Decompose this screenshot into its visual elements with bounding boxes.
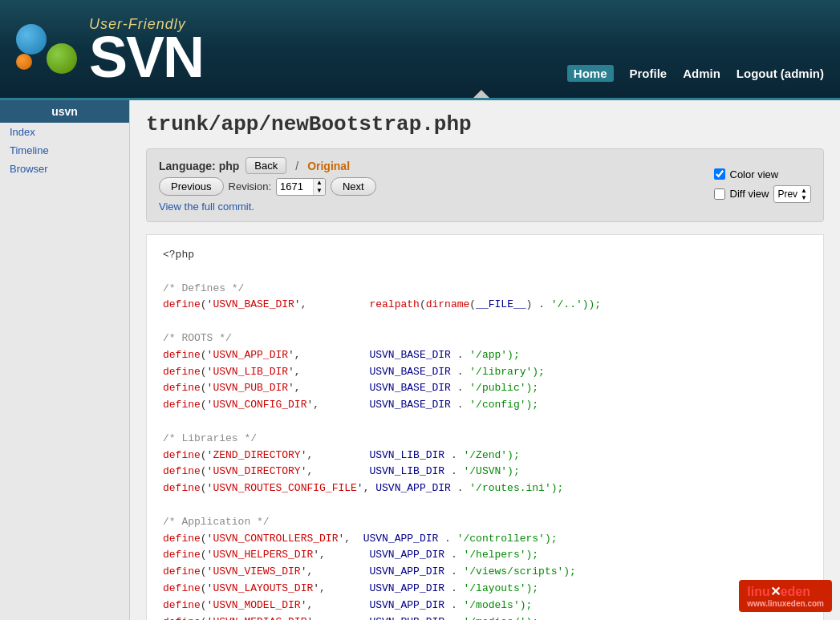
sidebar-item-timeline[interactable]: Timeline — [0, 141, 129, 160]
diff-view-label: Diff view — [730, 188, 769, 200]
page-title: trunk/app/newBootstrap.php — [146, 112, 824, 136]
next-button[interactable]: Next — [331, 177, 376, 196]
code-line: define('USVN_LAYOUTS_DIR', USVN_APP_DIR … — [163, 581, 807, 598]
diff-prev-label: Prev — [777, 188, 797, 200]
code-line: define('USVN_DIRECTORY', USVN_LIB_DIR . … — [163, 464, 807, 480]
main-nav: Home Profile Admin Logout (admin) — [567, 65, 824, 82]
nav-indicator — [473, 90, 489, 98]
code-line: define('USVN_PUB_DIR', USVN_BASE_DIR . '… — [163, 380, 807, 397]
diff-select-wrap: Prev ▲▼ — [773, 185, 811, 203]
footer-site: www.linuxeden.com — [747, 599, 824, 608]
code-line — [163, 264, 807, 281]
logo-svn: SVN — [89, 33, 203, 82]
circle-orange-icon — [16, 54, 32, 70]
sidebar-item-index[interactable]: Index — [0, 123, 129, 141]
back-button[interactable]: Back — [246, 157, 286, 174]
toolbar-row2: Previous Revision: ▲ ▼ Next — [159, 177, 376, 196]
code-line: define('ZEND_DIRECTORY', USVN_LIB_DIR . … — [163, 448, 807, 464]
revision-input-wrap: ▲ ▼ — [276, 178, 326, 196]
code-line: /* Application */ — [163, 514, 807, 531]
logo-area: User-Friendly SVN — [16, 16, 203, 82]
footer-logo-text: linu✕eden — [747, 588, 810, 598]
color-view-label: Color view — [730, 168, 779, 180]
sidebar-item-browser[interactable]: Browser — [0, 160, 129, 178]
code-line: <?php — [163, 247, 807, 264]
header: User-Friendly SVN Home Profile Admin Log… — [0, 0, 840, 100]
nav-profile[interactable]: Profile — [630, 67, 668, 80]
spin-up-button[interactable]: ▲ — [314, 179, 325, 187]
logo-text: User-Friendly SVN — [89, 16, 203, 82]
nav-logout[interactable]: Logout (admin) — [737, 67, 824, 80]
toolbar: Language: php Back / Original Previous R… — [146, 148, 824, 222]
spin-down-button[interactable]: ▼ — [314, 187, 325, 195]
layout: usvn Index Timeline Browser trunk/app/ne… — [0, 100, 840, 620]
language-label: Language: php — [159, 160, 239, 172]
circle-green-icon — [47, 43, 77, 74]
diff-view-row: Diff view Prev ▲▼ — [714, 185, 812, 203]
view-commit-link[interactable]: View the full commit. — [159, 201, 254, 213]
color-view-checkbox[interactable] — [714, 168, 725, 180]
main-content: trunk/app/newBootstrap.php Language: php… — [130, 100, 840, 620]
code-line: define('USVN_HELPERS_DIR', USVN_APP_DIR … — [163, 547, 807, 564]
code-line — [163, 497, 807, 514]
code-line: /* Libraries */ — [163, 431, 807, 448]
slash-separator: / — [295, 160, 298, 172]
footer-logo: linu✕eden www.linuxeden.com — [739, 580, 832, 612]
code-container: <?php /* Defines */ define('USVN_BASE_DI… — [146, 234, 824, 620]
code-line: define('USVN_MEDIAS_DIR', USVN_PUB_DIR .… — [163, 614, 807, 620]
toolbar-row1: Language: php Back / Original — [159, 157, 376, 174]
nav-home[interactable]: Home — [567, 65, 614, 82]
toolbar-left: Language: php Back / Original Previous R… — [159, 157, 376, 213]
sidebar: usvn Index Timeline Browser — [0, 100, 130, 620]
code-line: define('USVN_MODEL_DIR', USVN_APP_DIR . … — [163, 598, 807, 614]
color-view-row: Color view — [714, 168, 812, 180]
code-line: /* Defines */ — [163, 281, 807, 298]
code-line: define('USVN_LIB_DIR', USVN_BASE_DIR . '… — [163, 364, 807, 381]
code-line: define('USVN_CONTROLLERS_DIR', USVN_APP_… — [163, 531, 807, 548]
previous-button[interactable]: Previous — [159, 177, 224, 196]
sidebar-title: usvn — [0, 100, 129, 123]
revision-input[interactable] — [277, 180, 313, 193]
code-line: define('USVN_CONFIG_DIR', USVN_BASE_DIR … — [163, 397, 807, 414]
code-line — [163, 414, 807, 431]
view-commit-row: View the full commit. — [159, 199, 376, 213]
nav-admin[interactable]: Admin — [683, 67, 720, 80]
circle-blue-icon — [16, 24, 47, 55]
revision-spinner: ▲ ▼ — [313, 179, 325, 195]
diff-view-checkbox[interactable] — [714, 188, 725, 200]
code-line: define('USVN_APP_DIR', USVN_BASE_DIR . '… — [163, 347, 807, 364]
revision-label: Revision: — [229, 180, 271, 192]
code-line: define('USVN_VIEWS_DIR', USVN_APP_DIR . … — [163, 564, 807, 581]
code-line — [163, 314, 807, 330]
code-line: /* ROOTS */ — [163, 330, 807, 347]
code-line: define('USVN_BASE_DIR', realpath(dirname… — [163, 297, 807, 314]
original-link[interactable]: Original — [307, 160, 350, 172]
view-options: Color view Diff view Prev ▲▼ — [714, 168, 812, 203]
diff-spinner-icon[interactable]: ▲▼ — [801, 187, 807, 201]
logo-circles — [16, 24, 77, 74]
code-line: define('USVN_ROUTES_CONFIG_FILE', USVN_A… — [163, 480, 807, 497]
